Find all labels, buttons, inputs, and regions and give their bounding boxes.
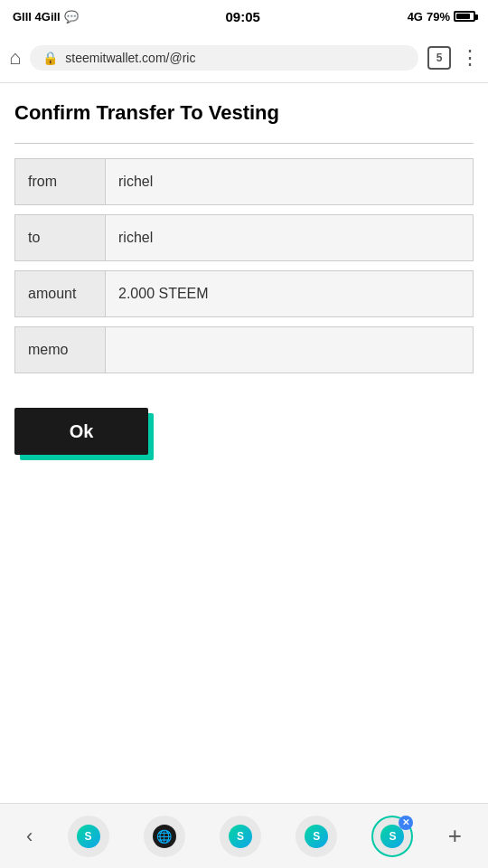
nav-circle-active[interactable]: S ✕ <box>371 816 413 857</box>
status-bar: Glll 4Gill 💬 09:05 4G 79% <box>0 0 488 33</box>
battery-icon <box>454 11 475 22</box>
page-content: Confirm Transfer To Vesting from richel … <box>0 83 488 473</box>
amount-value: 2.000 STEEM <box>106 271 473 316</box>
from-label: from <box>15 159 106 204</box>
add-tab-button[interactable]: + <box>448 822 462 850</box>
carrier-text: Glll 4Gill <box>13 10 61 24</box>
to-value: richel <box>106 215 473 260</box>
world-icon: 🌐 <box>153 825 176 848</box>
network-text: 4G <box>408 10 423 24</box>
close-badge: ✕ <box>399 816 413 830</box>
url-text: steemitwallet.com/@ric <box>65 51 195 65</box>
steem-icon-3: S <box>305 825 328 848</box>
memo-label: memo <box>15 327 106 373</box>
memo-value <box>106 327 473 373</box>
from-value: richel <box>106 159 473 204</box>
carrier-info: Glll 4Gill 💬 <box>13 10 79 24</box>
ok-button[interactable]: Ok <box>14 408 148 455</box>
tab-badge[interactable]: 5 <box>427 46 451 70</box>
nav-circle-1[interactable]: S <box>68 816 109 857</box>
to-label: to <box>15 215 106 260</box>
amount-field: amount 2.000 STEEM <box>14 270 474 317</box>
page-title: Confirm Transfer To Vesting <box>14 101 474 125</box>
to-field: to richel <box>14 214 474 261</box>
status-right: 4G 79% <box>408 10 475 24</box>
home-icon[interactable]: ⌂ <box>9 46 21 70</box>
lock-icon: 🔒 <box>42 51 58 65</box>
steem-icon-1: S <box>77 825 100 848</box>
bottom-nav: ‹ S 🌐 S S S ✕ + <box>0 803 488 868</box>
status-time: 09:05 <box>226 9 260 24</box>
back-button[interactable]: ‹ <box>26 825 33 848</box>
memo-field: memo <box>14 326 474 373</box>
nav-circle-2[interactable]: 🌐 <box>144 816 185 857</box>
ok-button-container: Ok <box>14 408 148 455</box>
amount-label: amount <box>15 271 106 316</box>
browser-bar: ⌂ 🔒 steemitwallet.com/@ric 5 ⋮ <box>0 33 488 83</box>
from-field: from richel <box>14 158 474 205</box>
nav-circle-4[interactable]: S <box>296 816 337 857</box>
url-bar[interactable]: 🔒 steemitwallet.com/@ric <box>30 45 418 71</box>
menu-dots[interactable]: ⋮ <box>460 46 479 70</box>
divider <box>14 143 474 144</box>
battery-text: 79% <box>427 10 450 24</box>
steem-icon-2: S <box>229 825 252 848</box>
nav-circle-3[interactable]: S <box>220 816 261 857</box>
message-icon: 💬 <box>64 10 79 24</box>
